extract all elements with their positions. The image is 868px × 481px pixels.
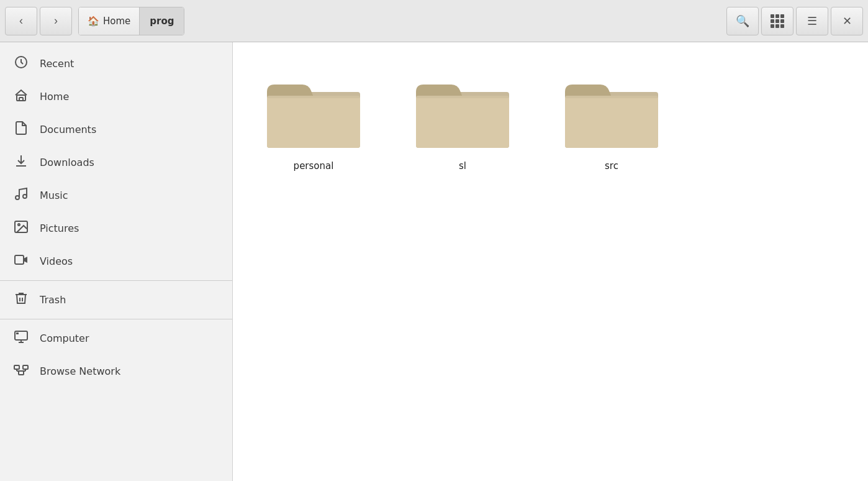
svg-rect-29 [565, 96, 658, 148]
breadcrumb-current: prog [140, 7, 184, 35]
sidebar-item-computer[interactable]: Computer [0, 322, 232, 355]
sidebar-item-trash[interactable]: Trash [0, 283, 232, 316]
forward-button[interactable]: › [40, 7, 72, 35]
folder-name: personal [294, 160, 334, 172]
videos-icon [12, 252, 30, 270]
svg-point-5 [23, 195, 27, 198]
sidebar: Recent Home Documents [0, 42, 233, 481]
sidebar-label-network: Browse Network [40, 365, 120, 377]
content-area: personal sl src [233, 42, 868, 481]
svg-point-7 [18, 224, 20, 226]
recent-icon [12, 55, 30, 73]
folder-item[interactable]: src [556, 61, 667, 178]
sidebar-divider-1 [0, 280, 232, 281]
breadcrumb-home[interactable]: 🏠 Home [79, 7, 140, 35]
svg-rect-24 [267, 96, 360, 98]
menu-icon: ☰ [807, 14, 817, 28]
sidebar-item-home[interactable]: Home [0, 80, 232, 113]
toolbar: ‹ › 🏠 Home prog 🔍 [0, 0, 868, 42]
computer-icon [12, 329, 30, 347]
menu-button[interactable]: ☰ [796, 7, 828, 35]
svg-rect-30 [565, 96, 658, 98]
folder-icon [413, 67, 512, 154]
sidebar-label-documents: Documents [40, 124, 96, 135]
svg-rect-27 [416, 96, 509, 98]
folder-icon [264, 67, 363, 154]
svg-rect-8 [15, 255, 24, 264]
home-icon: 🏠 [88, 16, 99, 27]
sidebar-label-trash: Trash [40, 294, 66, 306]
svg-rect-14 [16, 332, 19, 334]
sidebar-item-pictures[interactable]: Pictures [0, 212, 232, 245]
grid-view-button[interactable] [761, 7, 793, 35]
svg-rect-16 [23, 365, 28, 369]
grid-icon [771, 14, 784, 28]
pictures-icon [12, 219, 30, 237]
folder-name: sl [459, 160, 466, 172]
sidebar-item-videos[interactable]: Videos [0, 245, 232, 278]
sidebar-label-downloads: Downloads [40, 157, 94, 168]
breadcrumb-home-label: Home [103, 16, 130, 27]
svg-rect-26 [416, 96, 509, 148]
search-button[interactable]: 🔍 [726, 7, 759, 35]
folder-icon [562, 67, 661, 154]
toolbar-right: 🔍 ☰ ✕ [726, 7, 863, 35]
search-icon: 🔍 [736, 14, 749, 28]
home-sidebar-icon [12, 88, 30, 106]
sidebar-item-music[interactable]: Music [0, 179, 232, 212]
sidebar-label-recent: Recent [40, 58, 74, 70]
sidebar-label-computer: Computer [40, 332, 89, 344]
folder-grid: personal sl src [258, 61, 843, 178]
sidebar-label-music: Music [40, 190, 68, 201]
svg-rect-23 [267, 96, 360, 148]
folder-name: src [605, 160, 618, 172]
forward-icon: › [54, 14, 58, 27]
downloads-icon [12, 153, 30, 172]
sidebar-divider-2 [0, 319, 232, 319]
documents-icon [12, 121, 30, 139]
sidebar-item-downloads[interactable]: Downloads [0, 146, 232, 179]
svg-point-4 [16, 196, 19, 199]
main: Recent Home Documents [0, 42, 868, 481]
trash-icon [12, 291, 30, 309]
sidebar-item-recent[interactable]: Recent [0, 47, 232, 80]
breadcrumb: 🏠 Home prog [78, 7, 184, 35]
sidebar-item-network[interactable]: Browse Network [0, 355, 232, 388]
close-icon: ✕ [843, 14, 852, 28]
svg-rect-2 [19, 98, 23, 101]
folder-item[interactable]: sl [407, 61, 518, 178]
music-icon [12, 186, 30, 204]
sidebar-item-documents[interactable]: Documents [0, 113, 232, 146]
svg-rect-15 [14, 365, 19, 369]
folder-item[interactable]: personal [258, 61, 369, 178]
close-button[interactable]: ✕ [831, 7, 863, 35]
sidebar-label-home: Home [40, 91, 69, 103]
back-button[interactable]: ‹ [5, 7, 37, 35]
network-icon [12, 362, 30, 380]
sidebar-label-pictures: Pictures [40, 222, 79, 234]
back-icon: ‹ [19, 14, 23, 27]
sidebar-label-videos: Videos [40, 255, 73, 267]
